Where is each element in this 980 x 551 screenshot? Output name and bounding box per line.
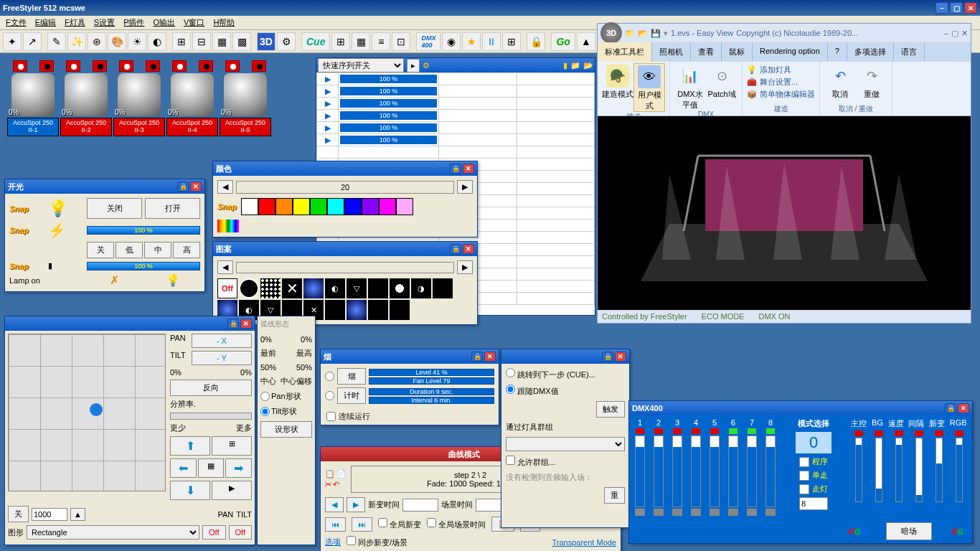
folder-icon[interactable]: 📁: [625, 29, 635, 38]
timer-radio[interactable]: [325, 391, 334, 400]
tilt-off-button[interactable]: Off: [229, 525, 252, 540]
reset-button[interactable]: 重: [604, 487, 625, 504]
tool-3d[interactable]: 3D: [257, 32, 275, 51]
xy-handle[interactable]: [90, 403, 103, 416]
color-magenta[interactable]: [379, 198, 396, 215]
dropdown-go[interactable]: ▸: [407, 59, 420, 72]
color-green[interactable]: [310, 198, 327, 215]
mid-button[interactable]: 中: [144, 242, 171, 258]
speed-slider[interactable]: [895, 438, 903, 502]
tool-star[interactable]: ★: [462, 32, 481, 51]
tool-grid2[interactable]: ⊟: [192, 32, 211, 51]
save-icon[interactable]: 💾: [651, 29, 661, 38]
pan-shape-radio[interactable]: [260, 391, 270, 402]
dimmer-slider[interactable]: 100 %: [87, 262, 200, 270]
strike-icon[interactable]: ✗: [87, 273, 142, 287]
smoke-button[interactable]: 烟: [337, 368, 366, 385]
dmx-slider-5[interactable]: [710, 435, 720, 507]
bg-slider[interactable]: [875, 438, 882, 502]
shape-select[interactable]: Rectangle: [27, 525, 199, 540]
dmx-level-button[interactable]: 📊DMX水平值: [674, 63, 706, 110]
panel-lock[interactable]: 🔒: [227, 319, 239, 329]
dmx-slider-7[interactable]: [747, 435, 757, 507]
transparent-link[interactable]: Transparent Mode: [552, 538, 616, 547]
timer-button[interactable]: 计时: [337, 387, 366, 404]
tool-c1[interactable]: ⊞: [331, 32, 350, 51]
gobo-off[interactable]: Off: [217, 278, 237, 298]
gobo-5[interactable]: ◐: [325, 278, 345, 298]
center-icon[interactable]: ▦: [198, 458, 225, 478]
panel-lock[interactable]: 🔒: [177, 182, 189, 192]
close-button[interactable]: ✕: [964, 2, 977, 14]
select-link[interactable]: 选项: [325, 537, 341, 547]
fade-slider[interactable]: [936, 438, 943, 502]
trigger-button[interactable]: 触发: [596, 401, 625, 418]
tool-go[interactable]: Go: [551, 32, 575, 51]
grid-button[interactable]: ⊞: [212, 436, 252, 456]
fixture-2[interactable]: 0% AccuSpot 250 II-2: [60, 60, 112, 139]
spin-up[interactable]: ▲: [70, 508, 85, 521]
prev-step[interactable]: ◀: [325, 497, 344, 512]
panel-close[interactable]: ✕: [484, 352, 496, 362]
tool-c2[interactable]: ▦: [352, 32, 370, 51]
rgb-slider[interactable]: [956, 438, 963, 502]
prev-color[interactable]: ◀: [217, 180, 233, 194]
cue-opt1[interactable]: [506, 368, 515, 377]
tool-c4[interactable]: ⊡: [392, 32, 410, 51]
panel-close[interactable]: ✕: [615, 352, 626, 362]
color-blue[interactable]: [344, 198, 362, 215]
tool-sun[interactable]: ☀: [128, 32, 146, 51]
pan-off-button[interactable]: Off: [202, 525, 225, 540]
ev-close[interactable]: ✕: [961, 29, 968, 38]
3d-viewport[interactable]: [598, 116, 971, 310]
low-button[interactable]: 低: [116, 242, 143, 258]
tool-up[interactable]: ▲: [577, 32, 595, 51]
intensity-slider[interactable]: 100 %: [87, 226, 200, 235]
tab-render[interactable]: Rendering option: [753, 42, 828, 62]
revert-button[interactable]: 反向: [170, 380, 252, 396]
rainbow-icon[interactable]: [217, 220, 239, 232]
tool-focus[interactable]: ◐: [148, 32, 166, 51]
tool-cue[interactable]: Cue: [301, 32, 330, 51]
dmx-slider-1[interactable]: [635, 435, 645, 507]
menu-edit[interactable]: E编辑: [32, 16, 59, 29]
value-input[interactable]: [32, 508, 67, 521]
minus-y-button[interactable]: - Y: [192, 351, 252, 365]
tool-gear[interactable]: ⚙: [277, 32, 296, 51]
tab-help[interactable]: ?: [828, 42, 847, 62]
arrow-left[interactable]: ⬅: [170, 458, 197, 478]
menu-help[interactable]: H帮助: [210, 16, 237, 29]
tilt-shape-radio[interactable]: [260, 406, 270, 417]
tool-reel[interactable]: ⊛: [88, 32, 106, 51]
tab-camera[interactable]: 照相机: [652, 42, 691, 62]
prev-gobo[interactable]: ◀: [217, 260, 233, 274]
mode-check-2[interactable]: [799, 471, 809, 481]
panel-lock[interactable]: 🔒: [450, 164, 461, 174]
fixture-5[interactable]: 0% AccuSpot 250 II-5: [220, 60, 271, 139]
color-yellow[interactable]: [293, 198, 310, 215]
add-fixture-button[interactable]: 💡添加灯具: [747, 65, 815, 75]
tool-snap[interactable]: ⊞: [502, 32, 521, 51]
panel-close[interactable]: ✕: [240, 319, 252, 329]
menu-file[interactable]: F文件: [3, 16, 29, 29]
fixture-3[interactable]: 0% AccuSpot 250 II-3: [113, 60, 165, 139]
color-pink[interactable]: [396, 198, 413, 215]
maximize-button[interactable]: ▢: [950, 2, 963, 14]
color-red[interactable]: [258, 198, 275, 215]
group-select[interactable]: [506, 437, 625, 451]
icon-2[interactable]: 📁: [570, 61, 580, 70]
panel-lock[interactable]: 🔒: [945, 403, 956, 413]
continuous-check[interactable]: [326, 411, 336, 422]
mode-spin[interactable]: [799, 497, 828, 510]
dmx-slider-4[interactable]: [691, 435, 701, 507]
gobo-10[interactable]: [433, 278, 453, 298]
tool-grid4[interactable]: ▩: [232, 32, 251, 51]
panel-close[interactable]: ✕: [463, 164, 474, 174]
panel-lock[interactable]: 🔒: [602, 352, 613, 362]
paste-icon[interactable]: 📄: [336, 469, 347, 479]
tool-dmx400[interactable]: DMX400: [416, 32, 440, 51]
arrow-up[interactable]: ⬆: [170, 436, 210, 456]
off-button[interactable]: 关: [8, 506, 29, 522]
fixture-4[interactable]: 0% AccuSpot 250 II-4: [166, 60, 218, 139]
gobo-19[interactable]: [390, 300, 410, 320]
